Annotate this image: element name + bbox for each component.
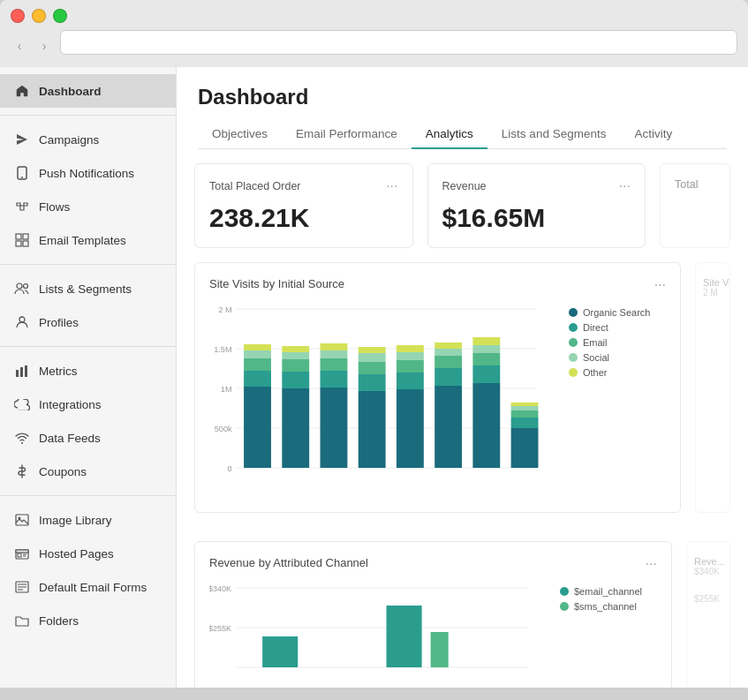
revenue-chart-svg: $340K $255K: [209, 579, 546, 688]
sidebar-divider-2: [0, 264, 176, 265]
svg-rect-39: [282, 388, 309, 468]
sidebar-label-flows: Flows: [39, 200, 70, 214]
svg-rect-68: [472, 337, 500, 345]
sidebar-label-campaigns: Campaigns: [39, 133, 99, 147]
sidebar-item-default-email-forms[interactable]: Default Email Forms: [0, 570, 176, 604]
metric-dots-total-placed-order[interactable]: ···: [386, 178, 397, 194]
sidebar-label-metrics: Metrics: [39, 365, 78, 378]
sidebar-label-folders: Folders: [39, 614, 79, 628]
sidebar-label-dashboard: Dashboard: [39, 85, 102, 98]
minimize-button[interactable]: □: [32, 9, 46, 23]
sidebar-label-data-feeds: Data Feeds: [39, 432, 101, 445]
svg-text:0: 0: [228, 464, 232, 473]
site-visits-legend: Organic Search Direct Email: [569, 300, 666, 498]
metric-dots-revenue[interactable]: ···: [619, 178, 631, 194]
back-button[interactable]: ‹: [11, 37, 28, 55]
sidebar-label-lists-segments: Lists & Segments: [39, 282, 132, 296]
sidebar-divider-1: [0, 115, 176, 116]
sidebar-item-metrics[interactable]: Metrics: [0, 354, 176, 388]
svg-rect-17: [18, 553, 21, 557]
legend-dot-direct: [569, 323, 578, 332]
tab-lists-segments[interactable]: Lists and Segments: [487, 120, 621, 149]
legend-item-other: Other: [569, 367, 666, 378]
folder-icon: [14, 613, 30, 628]
site-visits-chart-title: Site Visits by Initial Source ···: [209, 277, 666, 293]
svg-rect-3: [23, 234, 28, 239]
svg-point-12: [21, 442, 23, 444]
sidebar-item-coupons[interactable]: Coupons: [0, 455, 176, 488]
form-icon: [14, 579, 30, 595]
site-visits-dots[interactable]: ···: [654, 277, 666, 293]
sidebar-item-profiles[interactable]: Profiles: [0, 305, 176, 339]
sidebar-label-push-notifications: Push Notifications: [39, 167, 134, 180]
forward-button[interactable]: ›: [35, 37, 53, 55]
main-content: Dashboard Objectives Email Performance A…: [177, 67, 748, 688]
svg-rect-81: [431, 632, 449, 667]
maximize-button[interactable]: —: [53, 9, 67, 23]
bar-chart-container: 2 M 1.5M 1M 500k 0: [209, 300, 555, 498]
tab-activity[interactable]: Activity: [620, 120, 686, 149]
sidebar-label-email-templates: Email Templates: [39, 234, 126, 247]
legend-dot-organic-search: [569, 308, 578, 317]
revenue-chart-card: Revenue by Attributed Channel ··· $: [194, 541, 672, 688]
metric-value-revenue: $16.65M: [442, 203, 631, 233]
sidebar-item-image-library[interactable]: Image Library: [0, 503, 176, 537]
svg-rect-11: [25, 365, 27, 377]
tab-analytics[interactable]: Analytics: [412, 120, 487, 149]
sidebar-item-data-feeds[interactable]: Data Feeds: [0, 421, 176, 455]
sidebar-item-lists-segments[interactable]: Lists & Segments: [0, 272, 176, 305]
bar-chart-icon: [14, 363, 30, 379]
svg-rect-4: [16, 241, 21, 246]
legend-item-social: Social: [569, 352, 666, 363]
sidebar-item-flows[interactable]: Flows: [0, 190, 176, 223]
address-bar[interactable]: [60, 30, 737, 55]
svg-rect-43: [282, 346, 309, 352]
metric-card-title-total: Total: [675, 178, 715, 191]
revenue-chart-dots[interactable]: ···: [646, 556, 657, 572]
sidebar-divider-4: [0, 495, 176, 496]
sidebar-item-campaigns[interactable]: Campaigns: [0, 123, 176, 156]
legend-item-organic-search: Organic Search: [569, 307, 666, 318]
svg-rect-80: [387, 606, 422, 667]
svg-rect-36: [244, 358, 271, 371]
phone-icon: [14, 165, 30, 181]
svg-text:$340K: $340K: [209, 584, 231, 593]
legend-item-sms-channel: $sms_channel: [560, 601, 657, 612]
svg-rect-67: [472, 345, 500, 353]
metric-card-total-placed-order: Total Placed Order ··· 238.21K: [194, 163, 413, 248]
site-visits-chart-area: 2 M 1.5M 1M 500k 0: [209, 300, 666, 498]
legend-dot-email: [569, 338, 578, 347]
sidebar-item-folders[interactable]: Folders: [0, 604, 176, 637]
site-visits-chart-card: Site Visits by Initial Source ···: [194, 262, 681, 513]
svg-point-6: [17, 283, 22, 289]
home-icon: [14, 83, 30, 99]
sidebar-item-email-templates[interactable]: Email Templates: [0, 223, 176, 257]
svg-rect-71: [511, 410, 539, 418]
svg-text:1.5M: 1.5M: [214, 345, 232, 354]
person-icon: [14, 314, 30, 330]
image-icon: [14, 512, 30, 528]
legend-dot-other: [569, 368, 578, 377]
sidebar-item-integrations[interactable]: Integrations: [0, 388, 176, 421]
svg-rect-79: [262, 636, 298, 667]
sidebar-item-hosted-pages[interactable]: Hosted Pages: [0, 537, 176, 570]
svg-rect-54: [397, 389, 424, 468]
legend-item-email: Email: [569, 337, 666, 348]
svg-rect-66: [472, 353, 500, 365]
metric-card-revenue: Revenue ··· $16.65M: [427, 163, 646, 248]
close-button[interactable]: ✕: [11, 9, 25, 23]
svg-rect-62: [434, 349, 462, 356]
tab-email-performance[interactable]: Email Performance: [282, 120, 412, 149]
sidebar-item-push-notifications[interactable]: Push Notifications: [0, 156, 176, 190]
legend-dot-email-channel: [560, 587, 569, 596]
metric-card-total: Total: [660, 163, 730, 248]
sidebar-item-dashboard[interactable]: Dashboard: [0, 74, 176, 108]
tab-objectives[interactable]: Objectives: [198, 120, 282, 149]
revenue-chart-title: Revenue by Attributed Channel ···: [209, 556, 657, 572]
svg-rect-55: [397, 373, 424, 389]
sidebar-label-profiles: Profiles: [39, 316, 79, 329]
svg-rect-53: [359, 347, 386, 353]
content-area: Total Placed Order ··· 238.21K Revenue ·…: [177, 149, 748, 688]
svg-rect-60: [434, 368, 462, 386]
sidebar: Dashboard Campaigns Push Notifications: [0, 67, 177, 688]
